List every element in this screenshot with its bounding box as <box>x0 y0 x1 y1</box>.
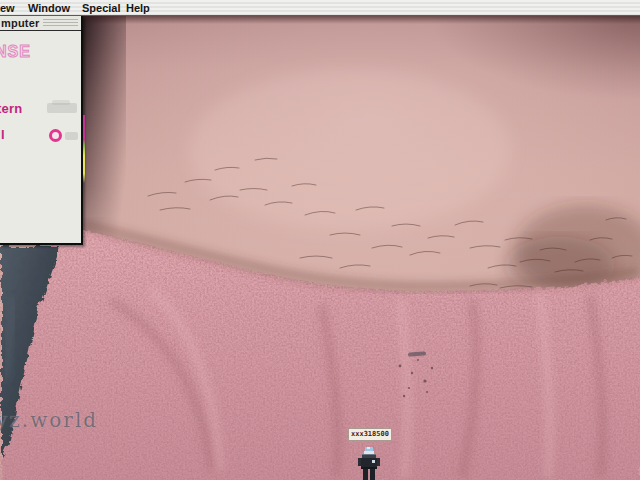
watermark-text: yz.world <box>0 408 98 432</box>
record-dot-icon[interactable] <box>49 129 62 142</box>
window-title: mputer <box>1 17 39 29</box>
titlebar-stripes <box>43 19 78 28</box>
glitch-color-strip <box>83 115 85 183</box>
window-panel: mputer NSE tern l <box>0 16 83 245</box>
panel-link-l[interactable]: l <box>1 127 5 142</box>
brand-logo-text: NSE <box>0 43 31 61</box>
faint-graphic <box>65 132 78 140</box>
window-titlebar[interactable]: mputer <box>0 16 81 31</box>
avatar-sprite[interactable] <box>357 447 381 480</box>
menu-bar: ew Window Special Help <box>0 0 640 16</box>
menu-window[interactable]: Window <box>28 1 70 15</box>
faint-graphic <box>47 103 77 113</box>
panel-link-tern[interactable]: tern <box>0 101 22 116</box>
menu-special[interactable]: Special <box>82 1 121 15</box>
avatar-name-label: xxx318500 <box>348 428 392 441</box>
menu-help[interactable]: Help <box>126 1 150 15</box>
screen: yz.world xxx318500 mputer NSE tern l ew … <box>0 0 640 480</box>
menu-view[interactable]: ew <box>0 1 15 15</box>
